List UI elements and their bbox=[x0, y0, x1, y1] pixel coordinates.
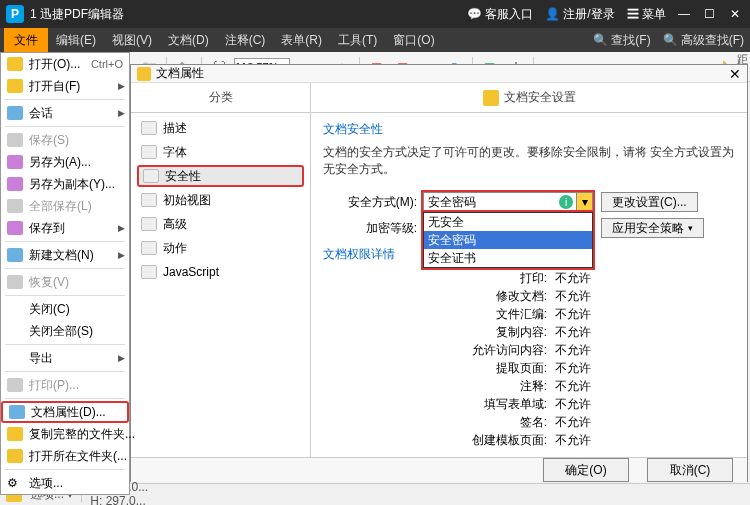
login-link[interactable]: 👤 注册/登录 bbox=[545, 6, 615, 23]
font-icon bbox=[141, 145, 157, 159]
category-javascript[interactable]: JavaScript bbox=[137, 261, 304, 283]
menu-open-folder[interactable]: 打开所在文件夹(... bbox=[1, 445, 129, 467]
menu-document[interactable]: 文档(D) bbox=[160, 32, 217, 49]
chevron-down-icon[interactable]: ▾ bbox=[576, 193, 592, 211]
menu-form[interactable]: 表单(R) bbox=[273, 32, 330, 49]
titlebar: P 1 迅捷PDF编辑器 💬 客服入口 👤 注册/登录 ☰ 菜单 — ☐ ✕ bbox=[0, 0, 750, 28]
permission-key: 文件汇编: bbox=[323, 306, 553, 323]
security-method-dropdown: 无安全 安全密码 安全证书 bbox=[423, 212, 593, 268]
save-icon bbox=[7, 133, 23, 147]
change-settings-button[interactable]: 更改设置(C)... bbox=[601, 192, 698, 212]
menu-comment[interactable]: 注释(C) bbox=[217, 32, 274, 49]
security-method-label: 安全方式(M): bbox=[323, 194, 423, 211]
ok-button[interactable]: 确定(O) bbox=[543, 458, 629, 482]
chevron-right-icon: ▶ bbox=[118, 353, 125, 363]
category-panel: 分类 描述 字体 安全性 初始视图 高级 动作 JavaScript bbox=[131, 83, 311, 457]
dialog-titlebar: 文档属性 ✕ bbox=[131, 65, 747, 83]
permission-key: 修改文档: bbox=[323, 288, 553, 305]
permission-value: 不允许 bbox=[553, 270, 591, 287]
permission-row: 文件汇编:不允许 bbox=[323, 305, 735, 323]
permission-value: 不允许 bbox=[553, 432, 591, 449]
menu-new-doc[interactable]: 新建文档(N)▶ bbox=[1, 244, 129, 266]
menu-view[interactable]: 视图(V) bbox=[104, 32, 160, 49]
menu-save-to[interactable]: 保存到▶ bbox=[1, 217, 129, 239]
app-logo: P bbox=[6, 5, 24, 23]
category-security[interactable]: 安全性 bbox=[137, 165, 304, 187]
permission-value: 不允许 bbox=[553, 288, 591, 305]
menu-session[interactable]: 会话▶ bbox=[1, 102, 129, 124]
category-header: 分类 bbox=[131, 83, 310, 113]
permission-value: 不允许 bbox=[553, 378, 591, 395]
permission-row: 修改文档:不允许 bbox=[323, 287, 735, 305]
category-description[interactable]: 描述 bbox=[137, 117, 304, 139]
save-as-icon bbox=[7, 155, 23, 169]
permission-row: 复制内容:不允许 bbox=[323, 323, 735, 341]
new-doc-icon bbox=[7, 248, 23, 262]
dialog-title: 文档属性 bbox=[156, 65, 204, 82]
menu-copy-path[interactable]: 复制完整的文件夹... bbox=[1, 423, 129, 445]
security-header: 文档安全设置 bbox=[311, 83, 747, 113]
option-password[interactable]: 安全密码 bbox=[424, 231, 592, 249]
chevron-right-icon: ▶ bbox=[118, 108, 125, 118]
window-title: 1 迅捷PDF编辑器 bbox=[30, 6, 467, 23]
menu-file[interactable]: 文件 bbox=[4, 28, 48, 52]
menu-doc-properties[interactable]: 文档属性(D)... bbox=[1, 401, 129, 423]
menu-save-as[interactable]: 另存为(A)... bbox=[1, 151, 129, 173]
permission-key: 打印: bbox=[323, 270, 553, 287]
permission-value: 不允许 bbox=[553, 414, 591, 431]
minimize-button[interactable]: — bbox=[678, 7, 692, 21]
security-description: 文档的安全方式决定了可许可的更改。要移除安全限制，请将 安全方式设置为 无安全方… bbox=[323, 144, 735, 178]
doc-icon bbox=[141, 121, 157, 135]
menu-close-all[interactable]: 关闭全部(S) bbox=[1, 320, 129, 342]
copy-icon bbox=[7, 427, 23, 441]
save-all-icon bbox=[7, 199, 23, 213]
category-initial-view[interactable]: 初始视图 bbox=[137, 189, 304, 211]
menu-edit[interactable]: 编辑(E) bbox=[48, 32, 104, 49]
advanced-find-button[interactable]: 🔍高级查找(F) bbox=[657, 32, 750, 49]
menu-tool[interactable]: 工具(T) bbox=[330, 32, 385, 49]
security-panel: 文档安全设置 文档安全性 文档的安全方式决定了可许可的更改。要移除安全限制，请将… bbox=[311, 83, 747, 457]
menu-close[interactable]: 关闭(C) bbox=[1, 298, 129, 320]
save-to-icon bbox=[7, 221, 23, 235]
info-icon[interactable]: i bbox=[559, 195, 573, 209]
permission-key: 复制内容: bbox=[323, 324, 553, 341]
option-certificate[interactable]: 安全证书 bbox=[424, 249, 592, 267]
lock-icon bbox=[143, 169, 159, 183]
category-actions[interactable]: 动作 bbox=[137, 237, 304, 259]
encryption-level-label: 加密等级: bbox=[323, 220, 423, 237]
find-button[interactable]: 🔍查找(F) bbox=[587, 32, 656, 49]
security-method-combo[interactable]: 安全密码 i ▾ 无安全 安全密码 安全证书 bbox=[423, 192, 593, 212]
menu-open[interactable]: 打开(O)...Ctrl+O bbox=[1, 53, 129, 75]
close-button[interactable]: ✕ bbox=[730, 7, 744, 21]
lock-icon bbox=[483, 90, 499, 106]
menu-export[interactable]: 导出▶ bbox=[1, 347, 129, 369]
export-icon bbox=[7, 351, 23, 365]
dialog-close-button[interactable]: ✕ bbox=[729, 66, 741, 82]
permission-value: 不允许 bbox=[553, 396, 591, 413]
menu-save-copy[interactable]: 另存为副本(Y)... bbox=[1, 173, 129, 195]
dialog-footer: 确定(O) 取消(C) bbox=[131, 457, 747, 482]
support-link[interactable]: 💬 客服入口 bbox=[467, 6, 533, 23]
permission-key: 注释: bbox=[323, 378, 553, 395]
permission-row: 签名:不允许 bbox=[323, 413, 735, 431]
cancel-button[interactable]: 取消(C) bbox=[647, 458, 733, 482]
main-menu-button[interactable]: ☰ 菜单 bbox=[627, 6, 666, 23]
permission-row: 允许访问内容:不允许 bbox=[323, 341, 735, 359]
security-group-title: 文档安全性 bbox=[323, 121, 735, 138]
permission-row: 打印:不允许 bbox=[323, 269, 735, 287]
menu-window[interactable]: 窗口(O) bbox=[385, 32, 442, 49]
maximize-button[interactable]: ☐ bbox=[704, 7, 718, 21]
folder-open-icon bbox=[7, 57, 23, 71]
print-icon bbox=[7, 378, 23, 392]
category-fonts[interactable]: 字体 bbox=[137, 141, 304, 163]
menu-options[interactable]: ⚙选项... bbox=[1, 472, 129, 494]
menu-open-from[interactable]: 打开自(F)▶ bbox=[1, 75, 129, 97]
permission-key: 创建模板页面: bbox=[323, 432, 553, 449]
apply-policy-button[interactable]: 应用安全策略 bbox=[601, 218, 704, 238]
session-icon bbox=[7, 106, 23, 120]
category-advanced[interactable]: 高级 bbox=[137, 213, 304, 235]
option-no-security[interactable]: 无安全 bbox=[424, 213, 592, 231]
action-icon bbox=[141, 241, 157, 255]
menu-recover: 恢复(V) bbox=[1, 271, 129, 293]
advanced-icon bbox=[141, 217, 157, 231]
